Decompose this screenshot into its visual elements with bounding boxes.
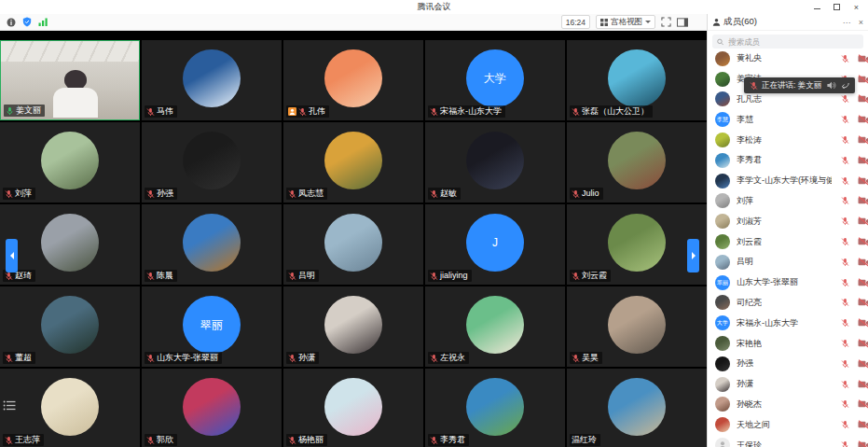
close-window-button[interactable]: × — [847, 0, 866, 14]
member-row[interactable]: 翠丽 山东大学-张翠丽 — [708, 272, 868, 293]
member-row[interactable]: 李松涛 — [708, 130, 868, 150]
member-camera-off-icon[interactable] — [858, 217, 868, 226]
participant-list-toggle-button[interactable] — [3, 398, 17, 415]
member-mic-muted-icon[interactable] — [841, 339, 849, 348]
member-row[interactable]: 李秀君 — [708, 150, 868, 171]
members-more-button[interactable]: ··· — [843, 18, 851, 27]
participant-tile[interactable]: J jialiying — [425, 204, 565, 285]
member-camera-off-icon[interactable] — [858, 75, 868, 84]
participant-tile[interactable]: 郭欣 — [142, 369, 282, 447]
member-row[interactable]: 刘萍 — [708, 191, 868, 212]
member-camera-off-icon[interactable] — [858, 339, 868, 348]
member-row[interactable]: 孙强 — [708, 354, 868, 374]
participant-tile[interactable]: 董超 — [0, 286, 140, 367]
side-panel-toggle-button[interactable] — [677, 18, 688, 27]
member-mic-muted-icon[interactable] — [841, 196, 849, 205]
member-camera-off-icon[interactable] — [858, 399, 868, 409]
member-mic-muted-icon[interactable] — [841, 135, 849, 145]
member-camera-off-icon[interactable] — [858, 298, 868, 307]
member-row[interactable]: 刘云霞 — [708, 231, 868, 252]
member-mic-muted-icon[interactable] — [841, 318, 849, 328]
member-mic-muted-icon[interactable] — [841, 94, 849, 104]
next-page-button[interactable] — [687, 239, 699, 272]
member-search-box[interactable] — [712, 35, 863, 49]
member-camera-off-icon[interactable] — [858, 380, 868, 389]
member-camera-off-icon[interactable] — [858, 156, 868, 165]
fullscreen-button[interactable] — [661, 17, 671, 27]
participant-tile[interactable]: 刘云霞 — [567, 204, 707, 285]
member-row[interactable]: 司纪亮 — [708, 293, 868, 314]
participant-tile[interactable]: 张磊（山大公卫） — [567, 40, 707, 120]
member-row[interactable]: 黄礼央 — [708, 51, 868, 69]
member-mic-muted-icon[interactable] — [841, 156, 849, 165]
member-row[interactable]: 刘淑芳 — [708, 211, 868, 231]
member-row[interactable]: 孙潇 — [708, 374, 868, 395]
member-camera-off-icon[interactable] — [858, 176, 868, 186]
member-row[interactable]: 李学文-山东大学(环境与健康) — [708, 171, 868, 191]
member-mic-muted-icon[interactable] — [841, 420, 849, 429]
participant-tile[interactable]: 温红玲 — [567, 369, 707, 447]
member-camera-off-icon[interactable] — [858, 318, 868, 328]
participant-tile[interactable]: 吴昊 — [567, 286, 707, 367]
member-mic-muted-icon[interactable] — [841, 258, 849, 267]
participant-tile[interactable]: 吕明 — [283, 204, 423, 285]
member-camera-off-icon[interactable] — [858, 196, 868, 205]
member-mic-muted-icon[interactable] — [841, 380, 849, 389]
member-camera-off-icon[interactable] — [858, 54, 868, 63]
member-search-input[interactable] — [726, 36, 859, 48]
member-camera-off-icon[interactable] — [858, 94, 868, 104]
participant-tile[interactable]: 马伟 — [142, 40, 282, 120]
minimize-button[interactable] — [807, 0, 827, 14]
participant-tile[interactable]: 李秀君 — [425, 369, 565, 447]
member-camera-off-icon[interactable] — [858, 115, 868, 124]
participant-tile[interactable]: Julio — [567, 122, 707, 203]
participant-tile[interactable]: 刘萍 — [0, 122, 140, 203]
participant-tile[interactable]: 翠丽 山东大学-张翠丽 — [142, 286, 282, 367]
security-shield-icon[interactable] — [22, 17, 32, 27]
member-camera-off-icon[interactable] — [858, 359, 868, 369]
participant-tile[interactable]: 姜文丽 — [0, 40, 140, 120]
view-mode-button[interactable]: 宫格视图 — [596, 15, 655, 29]
network-signal-icon[interactable] — [38, 18, 48, 26]
participant-tile[interactable]: 杨艳丽 — [283, 369, 423, 447]
member-camera-off-icon[interactable] — [858, 135, 868, 145]
member-mic-muted-icon[interactable] — [841, 278, 849, 287]
member-mic-muted-icon[interactable] — [841, 298, 849, 307]
member-camera-off-icon[interactable] — [858, 278, 868, 287]
previous-page-button[interactable] — [6, 239, 18, 272]
member-camera-off-icon[interactable] — [858, 420, 868, 429]
member-row[interactable]: 吕明 — [708, 252, 868, 272]
member-row[interactable]: 宋艳艳 — [708, 333, 868, 354]
member-camera-off-icon[interactable] — [858, 237, 868, 246]
members-close-button[interactable]: × — [859, 18, 863, 27]
participant-tile[interactable]: 凤志慧 — [283, 122, 423, 203]
member-mic-muted-icon[interactable] — [841, 115, 849, 124]
member-mic-muted-icon[interactable] — [841, 237, 849, 246]
participant-tile[interactable]: 赵敏 — [425, 122, 565, 203]
member-row[interactable]: 孙晓杰 — [708, 395, 868, 415]
reply-arrow-icon[interactable] — [840, 81, 849, 90]
participant-tile[interactable]: 陈晨 — [142, 204, 282, 285]
participant-tile[interactable]: 左祝永 — [425, 286, 565, 367]
member-row[interactable]: 大学 宋福永-山东大学 — [708, 313, 868, 333]
maximize-button[interactable] — [827, 0, 847, 14]
member-row[interactable]: 天地之间 — [708, 414, 868, 435]
participant-tile[interactable]: 孔伟 — [283, 40, 423, 120]
member-mic-muted-icon[interactable] — [841, 176, 849, 186]
member-camera-off-icon[interactable] — [858, 440, 868, 447]
member-mic-muted-icon[interactable] — [841, 399, 849, 409]
participant-tile[interactable]: 大学 宋福永-山东大学 — [425, 40, 565, 120]
meeting-info-icon[interactable] — [7, 18, 16, 27]
participant-tile[interactable]: 孙潇 — [283, 286, 423, 367]
participant-tile[interactable]: 孙强 — [142, 122, 282, 203]
member-mic-muted-icon[interactable] — [841, 217, 849, 226]
member-row[interactable]: 李慧 李慧 — [708, 109, 868, 130]
member-camera-off-icon[interactable] — [858, 258, 868, 267]
member-mic-muted-icon[interactable] — [841, 359, 849, 369]
participant-tile[interactable]: 赵琦 — [0, 204, 140, 285]
member-row[interactable]: 王保珍 — [708, 435, 868, 447]
member-mic-muted-icon[interactable] — [841, 440, 849, 447]
audio-device-icon[interactable] — [827, 81, 836, 90]
member-mic-muted-icon[interactable] — [841, 54, 849, 63]
participant-tile[interactable]: 王志萍 — [0, 369, 140, 447]
